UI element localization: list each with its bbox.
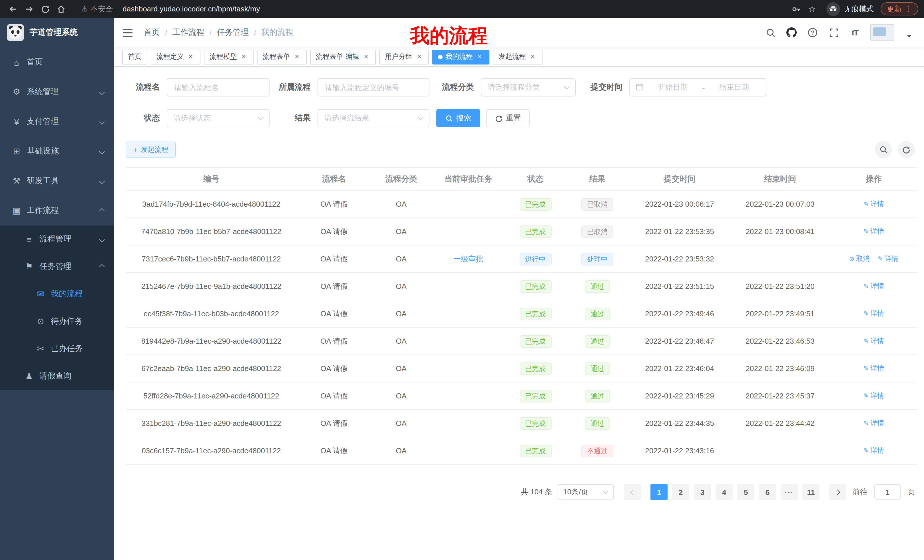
more-pages-button[interactable]: ···: [781, 484, 798, 500]
tab-process-form[interactable]: 流程表单×: [257, 49, 307, 64]
app-logo-row[interactable]: 芋道管理系统: [0, 18, 114, 47]
next-page-button[interactable]: [829, 484, 846, 500]
tab-label: 首页: [128, 52, 142, 61]
sidebar-item-todo-tasks[interactable]: ⊙待办任务: [0, 308, 114, 335]
page-size-select[interactable]: 10条/页: [557, 484, 614, 500]
search-icon[interactable]: [765, 27, 776, 38]
detail-action[interactable]: ✎详情: [864, 418, 884, 428]
browser-update-button[interactable]: 更新 ⋮: [880, 2, 918, 15]
detail-action[interactable]: ✎详情: [864, 391, 884, 401]
sidebar-item-done-tasks[interactable]: ✂已办任务: [0, 335, 114, 362]
parent-process-input[interactable]: [318, 78, 429, 96]
password-key-icon[interactable]: [789, 1, 804, 16]
tab-my-process[interactable]: 我的流程×: [432, 49, 489, 64]
browser-home-icon[interactable]: [54, 1, 69, 16]
end-time-cell: 2022-01-22 23:51:20: [730, 273, 830, 300]
process-name-input[interactable]: [167, 78, 270, 96]
sidebar-item-task-mgmt[interactable]: ⚑任务管理: [0, 253, 114, 280]
status-label: 状态: [126, 113, 167, 123]
current-task-link[interactable]: 一级审批: [453, 254, 483, 263]
hamburger-icon[interactable]: [122, 26, 135, 39]
submit-time: 2022-01-23 00:06:17: [645, 200, 714, 208]
close-tab-icon[interactable]: ×: [415, 53, 423, 61]
font-size-icon[interactable]: tT: [849, 27, 861, 38]
tab-user-group[interactable]: 用户分组×: [379, 49, 429, 64]
start-date-placeholder[interactable]: 开始日期: [647, 82, 699, 93]
page-button-5[interactable]: 5: [737, 484, 754, 500]
breadcrumb-workflow[interactable]: 工作流程: [172, 27, 204, 38]
help-icon[interactable]: ?: [807, 27, 818, 38]
show-search-button[interactable]: [875, 141, 892, 158]
detail-action[interactable]: ✎详情: [864, 309, 884, 319]
result-select[interactable]: 请选择流结果: [318, 109, 429, 127]
submit-time-range-picker[interactable]: 开始日期 - 结束日期: [629, 78, 766, 96]
sidebar-item-process-mgmt[interactable]: ≡流程管理: [0, 226, 114, 253]
page-button-6[interactable]: 6: [759, 484, 776, 500]
close-tab-icon[interactable]: ×: [187, 53, 195, 61]
app-header: 首页 / 工作流程 / 任务管理 / 我的流程 ?: [114, 18, 924, 47]
close-tab-icon[interactable]: ×: [362, 53, 370, 61]
detail-action[interactable]: ✎详情: [864, 199, 884, 209]
github-icon[interactable]: [786, 27, 797, 38]
sidebar-item-home[interactable]: ⌂首页: [0, 47, 114, 77]
row-actions-cell: ⊘取消✎详情: [830, 245, 917, 273]
sidebar-item-dev-tools[interactable]: ⚒研发工具: [0, 166, 114, 196]
close-tab-icon[interactable]: ×: [529, 53, 537, 61]
tab-process-model[interactable]: 流程模型×: [204, 49, 254, 64]
address-bar[interactable]: ⚠ 不安全 dashboard.yudao.iocoder.cn/bpm/tas…: [74, 1, 783, 16]
breadcrumb-home[interactable]: 首页: [144, 27, 160, 38]
chevron-up-icon: [99, 264, 105, 270]
sidebar-item-workflow[interactable]: ▣工作流程: [0, 196, 114, 226]
close-tab-icon[interactable]: ×: [240, 53, 248, 61]
detail-action[interactable]: ✎详情: [864, 364, 884, 373]
category-select[interactable]: 请选择流程分类: [481, 78, 576, 96]
filter-row-1: 流程名 所属流程 流程分类 请选择流程分类 提交时间 开始日期: [126, 78, 915, 96]
end-time-cell: 2022-01-22 23:44:42: [730, 410, 830, 437]
page-button-1[interactable]: 1: [651, 484, 668, 500]
browser-forward-icon[interactable]: [22, 1, 36, 16]
detail-action[interactable]: ✎详情: [878, 254, 898, 264]
prev-page-button[interactable]: [624, 484, 641, 500]
incognito-badge[interactable]: 无痕模式: [826, 2, 874, 16]
caret-down-icon[interactable]: [907, 35, 911, 38]
detail-action[interactable]: ✎详情: [864, 227, 884, 236]
page-button-11[interactable]: 11: [802, 484, 819, 500]
cancel-action[interactable]: ⊘取消: [849, 254, 870, 264]
status-select[interactable]: 请选择状态: [167, 109, 270, 127]
sidebar-item-infrastructure[interactable]: ⊞基础设施: [0, 136, 114, 166]
refresh-table-button[interactable]: [898, 141, 915, 158]
sidebar-item-payment-mgmt[interactable]: ¥支付管理: [0, 107, 114, 136]
user-avatar[interactable]: [870, 24, 894, 41]
chevron-down-icon: [99, 89, 105, 95]
close-tab-icon[interactable]: ×: [293, 53, 301, 61]
home-icon: ⌂: [11, 57, 22, 67]
fullscreen-icon[interactable]: [828, 27, 840, 38]
detail-action[interactable]: ✎详情: [864, 281, 884, 291]
browser-back-icon[interactable]: [6, 1, 21, 16]
search-button[interactable]: 搜索: [436, 109, 480, 127]
sidebar-item-leave-query[interactable]: ♟请假查询: [0, 362, 114, 390]
tab-start-process[interactable]: 发起流程×: [493, 49, 543, 64]
bookmark-star-icon[interactable]: ☆: [805, 1, 819, 16]
tab-process-form-edit[interactable]: 流程表单-编辑×: [310, 49, 376, 64]
goto-page-input[interactable]: [874, 484, 901, 500]
page-button-3[interactable]: 3: [694, 484, 711, 500]
tab-home[interactable]: 首页: [122, 49, 147, 64]
end-date-placeholder[interactable]: 结束日期: [708, 82, 760, 93]
close-tab-icon[interactable]: ×: [476, 53, 484, 61]
sidebar-item-system-mgmt[interactable]: ⚙系统管理: [0, 77, 114, 107]
process-id-cell: 331bc281-7b9a-11ec-a290-acde48001122: [126, 410, 297, 437]
browser-refresh-icon[interactable]: [38, 1, 52, 16]
process-category-cell: OA: [371, 273, 431, 300]
detail-action[interactable]: ✎详情: [864, 336, 884, 346]
security-chip[interactable]: ⚠ 不安全: [81, 4, 113, 14]
tab-process-definition[interactable]: 流程定义×: [151, 49, 201, 64]
reset-button[interactable]: 重置: [486, 109, 530, 127]
page-button-4[interactable]: 4: [716, 484, 733, 500]
page-button-2[interactable]: 2: [672, 484, 689, 500]
sidebar-item-my-process[interactable]: ✉我的流程: [0, 280, 114, 308]
parent-process-label: 所属流程: [270, 82, 318, 93]
breadcrumb-task-management[interactable]: 任务管理: [217, 27, 249, 38]
detail-action[interactable]: ✎详情: [864, 446, 884, 455]
start-process-button[interactable]: + 发起流程: [126, 142, 176, 157]
